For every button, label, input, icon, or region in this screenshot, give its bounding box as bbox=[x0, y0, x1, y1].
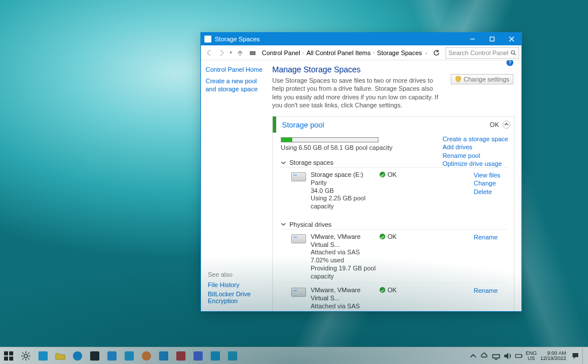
taskbar-chat[interactable] bbox=[189, 347, 207, 365]
control-panel-home-link[interactable]: Control Panel Home bbox=[206, 66, 265, 73]
forward-button[interactable] bbox=[216, 47, 227, 59]
svg-point-6 bbox=[511, 51, 514, 54]
drive-info: VMware, VMware Virtual S...Attached via … bbox=[311, 233, 380, 281]
optimize-usage-link[interactable]: Optimize drive usage bbox=[443, 160, 508, 168]
taskbar-mail[interactable] bbox=[155, 347, 172, 365]
pool-status-bar bbox=[273, 117, 276, 133]
taskbar-edge[interactable] bbox=[69, 347, 86, 365]
refresh-button[interactable] bbox=[431, 47, 442, 59]
language-indicator[interactable]: ENG US bbox=[525, 351, 537, 361]
page-heading: Manage Storage Spaces bbox=[272, 65, 514, 74]
storage-pool-card: Storage pool OK Using 6.50 GB of 58.1 GB… bbox=[272, 116, 514, 311]
status-text: OK bbox=[388, 171, 397, 178]
pool-header[interactable]: Storage pool OK bbox=[273, 117, 514, 133]
search-input[interactable]: Search Control Panel bbox=[446, 47, 519, 59]
drive-used: 15.8% used bbox=[311, 311, 380, 311]
taskbar-app-1[interactable] bbox=[172, 347, 189, 365]
notifications-icon[interactable] bbox=[570, 347, 581, 365]
taskbar-azure[interactable] bbox=[207, 347, 224, 365]
delete-link[interactable]: Delete bbox=[474, 188, 508, 196]
svg-rect-17 bbox=[522, 355, 523, 357]
physical-drives-toggle[interactable]: Physical drives bbox=[281, 221, 508, 230]
space-actions: View files Change Delete bbox=[474, 171, 508, 196]
space-type: Parity bbox=[311, 179, 380, 187]
view-files-link[interactable]: View files bbox=[474, 171, 508, 179]
svg-rect-9 bbox=[9, 351, 13, 355]
window-title: Storage Spaces bbox=[215, 36, 463, 42]
volume-icon[interactable] bbox=[502, 347, 513, 365]
pool-usage-bar bbox=[281, 137, 378, 142]
create-pool-link[interactable]: Create a new pool and storage space bbox=[206, 78, 265, 94]
change-link[interactable]: Change bbox=[474, 179, 508, 187]
physical-drive-item: VMware, VMware Virtual S...Attached via … bbox=[281, 283, 508, 311]
file-history-link[interactable]: File History bbox=[208, 281, 271, 288]
svg-rect-5 bbox=[250, 51, 256, 55]
physical-drives-section: Physical drives VMware, VMware Virtual S… bbox=[281, 221, 508, 311]
address-dropdown-icon[interactable]: ⌄ bbox=[423, 50, 430, 55]
page-description: Use Storage Spaces to save files to two … bbox=[272, 76, 444, 109]
onedrive-icon[interactable] bbox=[479, 347, 490, 365]
create-space-link[interactable]: Create a storage space bbox=[443, 135, 508, 143]
minimize-button[interactable] bbox=[463, 33, 482, 45]
status-text: OK bbox=[388, 233, 397, 240]
space-name: Storage space (E:) bbox=[311, 171, 380, 179]
breadcrumb-item[interactable]: Storage Spaces bbox=[377, 49, 422, 56]
ok-icon bbox=[380, 172, 385, 177]
battery-icon[interactable] bbox=[514, 347, 524, 365]
svg-point-12 bbox=[24, 354, 28, 358]
svg-line-7 bbox=[514, 53, 516, 55]
taskbar-sandbox[interactable] bbox=[224, 347, 241, 365]
up-button[interactable] bbox=[234, 47, 246, 59]
rename-drive-link[interactable]: Rename bbox=[474, 233, 508, 241]
breadcrumb-item[interactable]: Control Panel bbox=[262, 49, 300, 56]
taskbar-firefox[interactable] bbox=[138, 347, 155, 365]
pool-status: OK bbox=[490, 121, 499, 128]
taskbar-terminal[interactable] bbox=[86, 347, 103, 365]
taskbar-photos[interactable] bbox=[121, 347, 138, 365]
network-icon[interactable] bbox=[491, 347, 501, 365]
taskbar-task-view[interactable] bbox=[34, 347, 52, 365]
svg-rect-13 bbox=[493, 354, 500, 358]
ok-icon bbox=[380, 234, 385, 239]
rename-pool-link[interactable]: Rename pool bbox=[443, 152, 508, 160]
breadcrumb[interactable]: Control Panel› All Control Panel Items› … bbox=[260, 49, 422, 56]
bitlocker-link[interactable]: BitLocker Drive Encryption bbox=[208, 291, 271, 304]
recent-dropdown-icon[interactable]: ▾ bbox=[229, 50, 233, 55]
drive-used: 7.02% used bbox=[311, 257, 380, 265]
storage-spaces-window: Storage Spaces ▾ Control Panel› All Cont… bbox=[200, 32, 522, 312]
collapse-button[interactable] bbox=[502, 121, 510, 129]
taskbar-file-explorer[interactable] bbox=[52, 347, 69, 365]
back-button[interactable] bbox=[203, 47, 215, 59]
status-text: OK bbox=[388, 286, 397, 293]
drive-name: VMware, VMware Virtual S... bbox=[311, 233, 380, 249]
rename-drive-link[interactable]: Rename bbox=[474, 286, 508, 295]
see-also-header: See also bbox=[208, 271, 271, 278]
svg-rect-16 bbox=[516, 354, 522, 357]
taskbar[interactable]: ENG US 9:00 AM 12/19/2022 bbox=[0, 347, 588, 364]
shield-icon bbox=[455, 76, 462, 83]
section-title: Storage spaces bbox=[289, 159, 333, 166]
lang-region: US bbox=[525, 356, 537, 361]
change-settings-button[interactable]: Change settings bbox=[451, 74, 514, 84]
space-info: Storage space (E:) Parity 34.0 GB Using … bbox=[311, 171, 380, 211]
search-placeholder: Search Control Panel bbox=[448, 49, 510, 56]
drive-name: VMware, VMware Virtual S... bbox=[311, 286, 380, 303]
tray-chevron-icon[interactable] bbox=[468, 347, 478, 365]
location-icon[interactable] bbox=[247, 47, 258, 59]
space-size: 34.0 GB bbox=[311, 187, 380, 195]
clock[interactable]: 9:00 AM 12/19/2022 bbox=[538, 351, 568, 361]
taskbar-start[interactable] bbox=[0, 347, 17, 365]
drive-actions: Rename bbox=[474, 286, 508, 295]
show-desktop-button[interactable] bbox=[582, 347, 586, 365]
drive-status: OK bbox=[380, 286, 405, 293]
space-usage: Using 2.25 GB pool capacity bbox=[311, 195, 380, 211]
taskbar-vscode[interactable] bbox=[103, 347, 121, 365]
maximize-button[interactable] bbox=[482, 33, 502, 45]
titlebar[interactable]: Storage Spaces bbox=[201, 33, 521, 45]
pool-usage-fill bbox=[281, 138, 292, 142]
close-button[interactable] bbox=[502, 33, 521, 45]
add-drives-link[interactable]: Add drives bbox=[443, 143, 508, 151]
breadcrumb-item[interactable]: All Control Panel Items bbox=[307, 49, 371, 56]
drive-info: VMware, VMware Virtual S...Attached via … bbox=[311, 286, 380, 311]
taskbar-settings[interactable] bbox=[17, 347, 34, 365]
